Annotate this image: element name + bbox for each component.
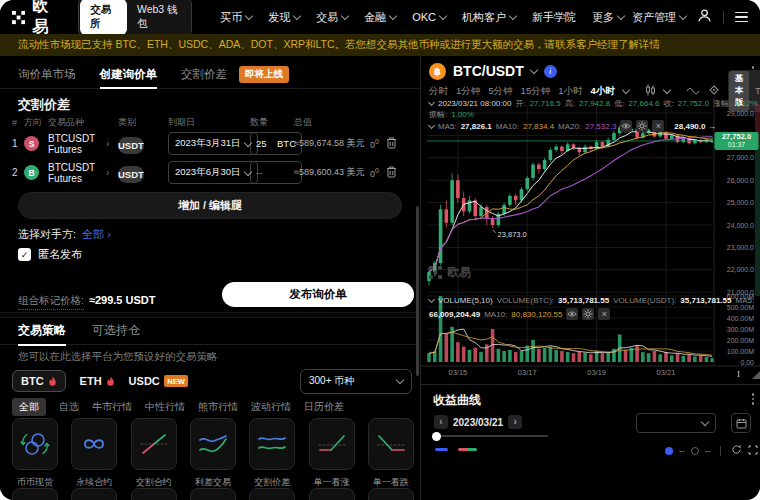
publish-rfq-button[interactable]: 发布询价单	[222, 282, 414, 307]
strategy-card[interactable]	[190, 488, 236, 500]
counterparty-all-link[interactable]: 全部 ›	[82, 227, 111, 242]
expiry-select[interactable]: 2023年3月31日	[168, 132, 258, 155]
filter-neutral[interactable]: 中性行情	[145, 400, 185, 414]
gear-icon[interactable]	[582, 308, 594, 320]
strategy-card[interactable]	[309, 488, 355, 500]
nav-item-assets[interactable]: 资产管理	[632, 10, 686, 25]
info-icon[interactable]: i	[544, 65, 557, 78]
filter-volatility[interactable]: 波动行情	[251, 400, 291, 414]
filter-bear[interactable]: 熊市行情	[198, 400, 238, 414]
refresh-icon[interactable]	[731, 444, 742, 457]
close-icon[interactable]: ×	[652, 120, 664, 132]
more-options-icon[interactable]	[752, 393, 755, 405]
strategy-card[interactable]	[249, 488, 295, 500]
flame-icon	[48, 376, 57, 387]
calendar-icon[interactable]	[731, 413, 751, 433]
filter-favorites[interactable]: 自选	[59, 400, 79, 414]
chevron-down-icon[interactable]	[663, 86, 671, 94]
chevron-down-icon	[679, 12, 687, 20]
expand-icon[interactable]	[748, 445, 758, 457]
add-edit-leg-button[interactable]: 增加 / 编辑腿	[18, 192, 402, 219]
selected-date: 2023/03/21	[453, 417, 503, 428]
strategy-card-long-put[interactable]: 单一看跌	[368, 418, 414, 489]
nav-item-finance[interactable]: 金融	[364, 10, 396, 25]
collapse-icon[interactable]	[428, 296, 435, 303]
buy-side-badge: B	[24, 165, 39, 180]
prev-day-button[interactable]: ‹	[434, 415, 448, 429]
filter-all[interactable]: 全部	[12, 398, 46, 416]
svg-text:100.00M: 100.00M	[727, 348, 754, 355]
chevron-right-icon[interactable]: ›	[106, 167, 118, 178]
tab-create-rfq[interactable]: 创建询价单	[100, 60, 158, 89]
eye-icon[interactable]	[620, 120, 632, 132]
chevron-right-icon[interactable]: ›	[106, 138, 118, 149]
expiry-select[interactable]: 2023年6月30日	[168, 161, 258, 184]
coin-chip-eth[interactable]: ETH	[80, 375, 115, 387]
nav-item-okc[interactable]: OKC	[412, 11, 446, 23]
tab-rfq-market[interactable]: 询价单市场	[18, 60, 76, 89]
divider	[720, 446, 721, 456]
filter-bull[interactable]: 牛市行情	[92, 400, 132, 414]
chevron-down-icon[interactable]	[622, 86, 630, 94]
scrollbar[interactable]	[416, 206, 419, 376]
nav-item-more[interactable]: 更多	[592, 10, 624, 25]
slider-knob[interactable]	[432, 432, 441, 441]
strategy-card-futures[interactable]: 交割合约	[131, 418, 177, 489]
strategy-card[interactable]	[12, 488, 58, 500]
collapse-icon[interactable]	[428, 99, 435, 106]
trash-icon[interactable]	[386, 164, 402, 182]
tab-futures-spread[interactable]: 交割价差	[181, 60, 227, 89]
chevron-down-icon	[389, 12, 397, 20]
gear-icon[interactable]	[636, 120, 648, 132]
chevron-down-icon[interactable]	[530, 66, 538, 74]
amplitude-readout: 振幅:1.00%	[429, 109, 474, 120]
tab-trade-strategy[interactable]: 交易策略	[18, 315, 66, 346]
candlestick-chart[interactable]: 29,000.028,000.027,000.026,000.025,000.0…	[421, 96, 760, 380]
filter-calendar-spread[interactable]: 日历价差	[304, 400, 344, 414]
trash-icon[interactable]	[386, 135, 402, 153]
nav-item-trade[interactable]: 交易	[316, 10, 348, 25]
toggle-web3-wallet[interactable]: Web3 钱包	[127, 0, 190, 35]
collapse-icon[interactable]	[428, 121, 435, 128]
next-day-button[interactable]: ›	[508, 415, 522, 429]
strategy-card-long-call[interactable]: 单一看涨	[309, 418, 355, 489]
flame-icon	[106, 376, 115, 387]
strategy-card-spot[interactable]: 币币现货	[12, 418, 58, 489]
tab-available-positions[interactable]: 可选持仓	[92, 315, 140, 346]
infinity-icon	[76, 429, 112, 459]
strategy-select[interactable]	[636, 413, 716, 433]
coin-chip-usdc[interactable]: USDCNEW	[129, 375, 189, 387]
menu-icon[interactable]	[735, 12, 748, 23]
okx-logo[interactable]: 欧易	[12, 0, 60, 38]
close-icon[interactable]: ×	[598, 308, 610, 320]
table-row: 2 B BTCUSDTFutures › USDT 2023年6月30日 -- …	[12, 159, 412, 186]
futures-line-icon	[136, 429, 172, 459]
strategy-card[interactable]	[131, 488, 177, 500]
leg-link-icon[interactable]: 00	[370, 167, 386, 179]
strategy-card-spread[interactable]: 交割价差	[249, 418, 295, 489]
spread-waves-icon	[254, 429, 290, 459]
nav-item-academy[interactable]: 新手学院	[532, 10, 576, 25]
anonymous-checkbox[interactable]: ✓	[18, 248, 31, 261]
strategy-card[interactable]	[368, 488, 414, 500]
leg-link-icon[interactable]: 00	[370, 138, 386, 150]
volume-readout: VOLUME(5,10) VOLUME(BTC):35,713,781.55 V…	[429, 296, 754, 305]
radio-series-1[interactable]	[665, 447, 673, 455]
time-slider[interactable]	[434, 435, 548, 437]
coin-chip-btc[interactable]: BTC	[12, 370, 66, 392]
strategy-card[interactable]	[71, 488, 117, 500]
line-overlay-icon[interactable]	[686, 86, 700, 97]
radio-series-2[interactable]	[691, 447, 699, 455]
leg-total-value: ≈589,674.58 美元	[294, 137, 370, 150]
nav-item-buy[interactable]: 买币	[220, 10, 252, 25]
user-icon[interactable]	[697, 8, 712, 27]
nav-item-discover[interactable]: 发现	[268, 10, 300, 25]
eye-icon[interactable]	[566, 308, 578, 320]
coin-select[interactable]: 300+ 币种	[300, 369, 412, 394]
svg-text:01:37: 01:37	[728, 141, 746, 148]
strategy-card-perpetual[interactable]: 永续合约	[71, 418, 117, 489]
strategy-card-carry[interactable]: 利差交易	[190, 418, 236, 489]
nav-item-institutional[interactable]: 机构客户	[462, 10, 516, 25]
leg-index: 2	[12, 167, 24, 178]
toggle-exchange[interactable]: 交易所	[80, 0, 127, 35]
